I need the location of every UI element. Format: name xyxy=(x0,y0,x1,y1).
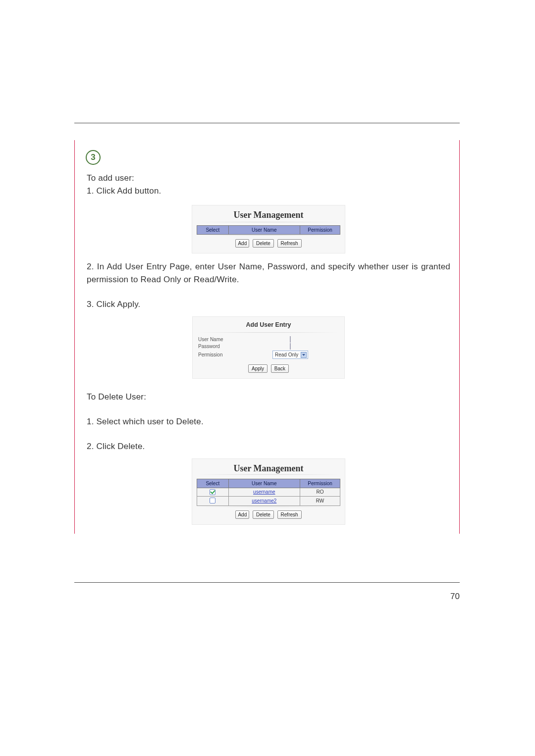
panel-user-management-1: User Management Select User Name Permiss… xyxy=(192,205,345,253)
add-step-2: 2. In Add User Entry Page, enter User Na… xyxy=(87,260,450,287)
label-username: User Name xyxy=(198,337,242,342)
user-mgmt-table-empty: Select User Name Permission xyxy=(197,225,340,235)
permission-select-value: Read Only xyxy=(275,352,298,357)
delete-step-2: 2. Click Delete. xyxy=(87,440,450,453)
permission-cell: RW xyxy=(300,496,340,505)
user-mgmt-table: Select User Name Permission username RO xyxy=(197,479,340,506)
document-frame: 3 To add user: 1. Click Add button. User… xyxy=(74,140,460,534)
step-number-badge: 3 xyxy=(86,150,101,165)
panel3-title: User Management xyxy=(197,462,340,479)
col-permission: Permission xyxy=(300,479,340,488)
panel-user-management-2: User Management Select User Name Permiss… xyxy=(192,458,345,525)
add-user-heading: To add user: xyxy=(87,172,450,185)
col-permission: Permission xyxy=(300,225,340,234)
add-button[interactable]: Add xyxy=(235,239,249,248)
delete-button[interactable]: Delete xyxy=(253,510,274,519)
delete-user-heading: To Delete User: xyxy=(87,391,450,403)
table-row: username RO xyxy=(197,488,340,496)
col-select: Select xyxy=(197,225,229,234)
add-step-1: 1. Click Add button. xyxy=(87,185,450,198)
panel2-buttons: Apply Back xyxy=(197,363,340,373)
username-link[interactable]: username xyxy=(228,488,300,496)
panel1-buttons: Add Delete Refresh xyxy=(197,238,340,248)
divider-bottom xyxy=(74,582,460,583)
add-button[interactable]: Add xyxy=(235,510,249,519)
row-checkbox[interactable] xyxy=(210,489,215,495)
step-number: 3 xyxy=(91,152,95,162)
refresh-button[interactable]: Refresh xyxy=(277,510,302,519)
row-checkbox[interactable] xyxy=(210,498,215,504)
page-number: 70 xyxy=(450,592,460,602)
apply-button[interactable]: Apply xyxy=(248,364,268,373)
page-content: 3 To add user: 1. Click Add button. User… xyxy=(74,123,460,534)
label-password: Password xyxy=(198,344,242,349)
password-input[interactable] xyxy=(290,343,291,350)
refresh-button[interactable]: Refresh xyxy=(277,239,302,248)
add-step-3: 3. Click Apply. xyxy=(87,298,450,311)
back-button[interactable]: Back xyxy=(271,364,289,373)
delete-button[interactable]: Delete xyxy=(253,239,274,248)
label-permission: Permission xyxy=(198,352,242,357)
panel3-buttons: Add Delete Refresh xyxy=(197,509,340,519)
delete-step-1: 1. Select which user to Delete. xyxy=(87,415,450,428)
table-row: username2 RW xyxy=(197,496,340,505)
permission-cell: RO xyxy=(300,488,340,496)
col-username: User Name xyxy=(228,479,300,488)
panel-add-user-entry: Add User Entry User Name Password Permis… xyxy=(192,316,345,379)
username-link[interactable]: username2 xyxy=(228,496,300,505)
col-select: Select xyxy=(197,479,229,488)
panel2-title: Add User Entry xyxy=(197,320,340,332)
col-username: User Name xyxy=(228,225,300,234)
panel1-title: User Management xyxy=(197,209,340,225)
permission-select[interactable]: Read Only xyxy=(272,351,308,359)
chevron-down-icon xyxy=(302,354,305,356)
username-input[interactable] xyxy=(290,336,291,343)
add-user-form: User Name Password Permission Read Only xyxy=(197,332,340,359)
